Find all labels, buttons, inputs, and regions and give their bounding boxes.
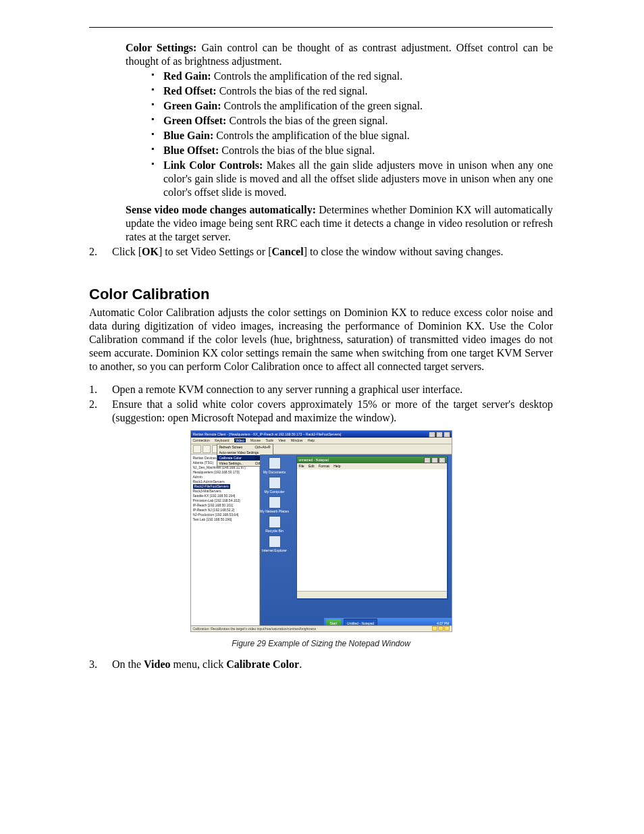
- color-bullets: Red Gain: Controls the amplification of …: [126, 70, 553, 199]
- toolbar-button[interactable]: [203, 445, 211, 453]
- bullet-red-gain: Red Gain: Controls the amplification of …: [151, 70, 553, 83]
- toolbar-button[interactable]: [193, 445, 201, 453]
- step-number: 1.: [89, 383, 112, 396]
- figure-caption: Figure 29 Example of Sizing the Notepad …: [89, 639, 553, 648]
- step-number: 3.: [89, 658, 112, 671]
- step-text: Ensure that a solid white color covers a…: [112, 398, 553, 425]
- section-body: Automatic Color Calibration adjusts the …: [89, 306, 553, 373]
- top-step-2: 2. Click [OK] to set Video Settings or […: [89, 245, 553, 259]
- tree-item[interactable]: IP-Reach [192.168.50.101]: [193, 503, 257, 508]
- menu-item[interactable]: Keyboard: [215, 438, 229, 442]
- status-led-icon: [432, 626, 437, 631]
- section-heading-color-calibration: Color Calibration: [89, 286, 553, 303]
- sense-label: Sense video mode changes automatically:: [126, 204, 316, 215]
- notepad-titlebar: unnamed - Notepad _ □ ×: [297, 457, 447, 463]
- step-number: 2.: [89, 398, 112, 425]
- tree-item[interactable]: IP-Reach NJ [192.168.52.2]: [193, 508, 257, 513]
- step-text: Open a remote KVM connection to any serv…: [112, 383, 553, 396]
- desktop-icon[interactable]: [269, 536, 281, 548]
- notepad-scrollbar[interactable]: [297, 591, 447, 598]
- tree-item-selected[interactable]: Rack2-FileFootServers: [193, 484, 257, 489]
- menu-item[interactable]: Help: [308, 438, 315, 442]
- bullet-blue-offset: Blue Offset: Controls the bias of the bl…: [151, 144, 553, 157]
- menu-item[interactable]: Tools: [265, 438, 273, 442]
- notepad-body[interactable]: [297, 469, 447, 592]
- close-icon[interactable]: ×: [439, 457, 446, 463]
- desktop-icon-label: Internet Explorer: [260, 548, 290, 552]
- step-pre: On the: [112, 658, 144, 670]
- menu-item[interactable]: Video: [234, 438, 246, 442]
- menu-item[interactable]: Format: [319, 464, 329, 468]
- bullet-label: Green Offset:: [163, 115, 226, 126]
- top-rule: [89, 27, 553, 28]
- step-mid: menu, click: [171, 658, 227, 670]
- list-item: 1. Open a remote KVM connection to any s…: [89, 383, 553, 396]
- tree-item[interactable]: Seattle-KX [192.168.50.194]: [193, 494, 257, 498]
- tree-item[interactable]: Rack1-AdminServers: [193, 479, 257, 484]
- bullet-text: Controls the bias of the blue signal.: [219, 145, 375, 156]
- tree-item[interactable]: Princeton-Lab [192.168.54.102]: [193, 498, 257, 503]
- tree-item[interactable]: NJ-Production [192.168.53.64]: [193, 513, 257, 517]
- bullet-green-offset: Green Offset: Controls the bias of the g…: [151, 114, 553, 128]
- notepad-title: unnamed - Notepad: [299, 458, 329, 462]
- minimize-icon[interactable]: _: [429, 432, 435, 438]
- minimize-icon[interactable]: _: [424, 457, 431, 463]
- menu-item[interactable]: View: [278, 438, 286, 442]
- menu-item[interactable]: Window: [291, 438, 303, 442]
- menu-item[interactable]: File: [299, 464, 304, 468]
- calibrate-color-label: Calibrate Color: [226, 658, 299, 670]
- menu-item[interactable]: Edit: [308, 464, 315, 468]
- bullet-text: Controls the amplification of the red si…: [211, 70, 403, 82]
- bullet-label: Blue Offset:: [163, 145, 219, 156]
- desktop-icon[interactable]: [269, 457, 281, 469]
- list-item: 2. Ensure that a solid white color cover…: [89, 398, 553, 425]
- menu-item[interactable]: Mouse: [250, 438, 261, 442]
- tree-item[interactable]: Admin: [193, 475, 257, 479]
- video-menu-label: Video: [144, 658, 170, 670]
- device-tree[interactable]: Raritan Devices Atlanta (TSG) NJ_Dev_Mac…: [191, 454, 260, 629]
- step-text: On the Video menu, click Calibrate Color…: [112, 658, 553, 671]
- menu-item[interactable]: Refresh Screen Ctrl+Alt+R: [217, 444, 273, 450]
- bullet-blue-gain: Blue Gain: Controls the amplification of…: [151, 129, 553, 142]
- ok-label: OK: [142, 246, 159, 257]
- bullet-text: Controls the amplification of the blue s…: [213, 130, 410, 141]
- cancel-label: Cancel: [272, 246, 304, 257]
- tree-item[interactable]: Headquarters [192.168.50.173]: [193, 470, 257, 475]
- desktop-icon-label: My Documents: [260, 470, 290, 474]
- bullet-label: Green Gain:: [163, 100, 221, 111]
- bullet-text: Controls the bias of the red signal.: [217, 85, 368, 97]
- app-title: Raritan Remote Client - [Headquarters - …: [193, 432, 342, 436]
- bullet-label: Blue Gain:: [163, 130, 213, 141]
- step-post: .: [299, 658, 302, 670]
- close-icon[interactable]: ×: [444, 432, 450, 438]
- menu-item[interactable]: Help: [333, 464, 340, 468]
- step-post: ] to close the window without saving cha…: [304, 246, 504, 257]
- bullet-red-offset: Red Offset: Controls the bias of the red…: [151, 84, 553, 98]
- figure-29-screenshot: Raritan Remote Client - [Headquarters - …: [190, 430, 452, 632]
- step-mid: ] to set Video Settings or [: [159, 246, 272, 257]
- bullet-text: Controls the bias of the green signal.: [226, 115, 387, 126]
- maximize-icon[interactable]: □: [436, 432, 443, 438]
- bullet-label: Red Gain:: [163, 70, 211, 82]
- step-text: Click [OK] to set Video Settings or [Can…: [112, 245, 553, 259]
- bullet-label: Link Color Controls:: [163, 159, 263, 171]
- app-statusbar: Calibration: Recalibrates the target's v…: [191, 625, 452, 631]
- bullet-link-color-controls: Link Color Controls: Makes all the gain …: [151, 159, 553, 199]
- step-pre: Click [: [112, 246, 142, 257]
- tree-item[interactable]: Rack3-MailServers: [193, 489, 257, 494]
- desktop-icon-label: My Computer: [260, 490, 290, 494]
- desktop-icon[interactable]: [269, 516, 281, 528]
- tree-item[interactable]: Test Lab [192.168.50.196]: [193, 517, 257, 522]
- status-led-icon: [444, 626, 450, 631]
- desktop-icon[interactable]: [269, 477, 281, 489]
- bullet-green-gain: Green Gain: Controls the amplification o…: [151, 99, 553, 113]
- maximize-icon[interactable]: □: [431, 457, 438, 463]
- desktop-icon-label: My Network Places: [260, 509, 290, 513]
- notepad-window[interactable]: unnamed - Notepad _ □ × File Edit Format: [296, 456, 448, 599]
- status-text: Calibration: Recalibrates the target's v…: [193, 626, 317, 631]
- desktop-icon[interactable]: [269, 496, 281, 509]
- menu-item[interactable]: Connection: [193, 438, 210, 442]
- step-number: 2.: [89, 245, 112, 259]
- color-settings-label: Color Settings:: [126, 42, 196, 53]
- status-led-icon: [438, 626, 444, 631]
